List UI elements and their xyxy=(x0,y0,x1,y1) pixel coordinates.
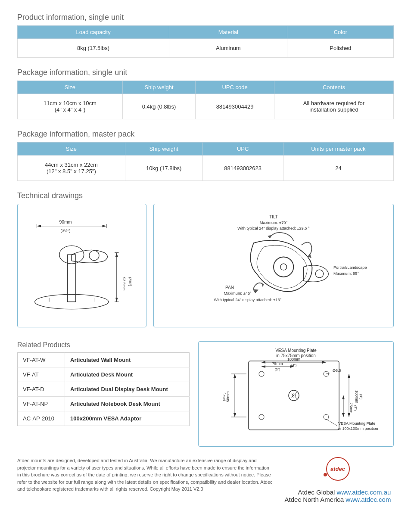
product-code: VF-AT-NP xyxy=(18,397,65,411)
svg-text:75mm: 75mm xyxy=(272,361,283,366)
svg-text:(3"): (3") xyxy=(275,367,280,371)
svg-marker-4 xyxy=(103,225,107,227)
drawing-right-box: TILT Maximum: ±70° With typical 24" disp… xyxy=(153,204,394,327)
cell-upc: 881493004429 xyxy=(196,94,274,119)
footer-brand: Atdec Global www.atdec.com.au Atdec Nort… xyxy=(285,488,391,503)
table-row: AC-AP-2010 100x200mm VESA Adaptor xyxy=(18,411,190,426)
col-contents: Contents xyxy=(274,81,393,94)
svg-text:Portrait/Landscape: Portrait/Landscape xyxy=(333,265,367,270)
svg-marker-67 xyxy=(342,413,345,417)
svg-point-24 xyxy=(280,264,287,270)
svg-text:Maximum: ±45°: Maximum: ±45° xyxy=(224,291,252,296)
col-master-size: Size xyxy=(18,143,125,156)
svg-line-54 xyxy=(326,373,330,374)
col-load-capacity: Load capacity xyxy=(18,26,169,39)
brand-global-link[interactable]: www.atdec.com.au xyxy=(337,488,391,496)
svg-text:(2¼"): (2¼") xyxy=(222,392,226,401)
left-drawing-svg: 90mm (3½") xyxy=(25,211,139,319)
product-info-section: Product information, single unit Load ca… xyxy=(17,13,394,58)
drawings-container: 90mm (3½") xyxy=(17,204,394,327)
svg-text:Maximum: ±70°: Maximum: ±70° xyxy=(260,221,288,225)
svg-text:Ø6.5: Ø6.5 xyxy=(333,368,341,373)
svg-marker-72 xyxy=(348,413,350,417)
svg-marker-16 xyxy=(115,253,118,257)
cell-master-upc: 881493002623 xyxy=(202,156,283,181)
svg-marker-71 xyxy=(348,374,350,378)
package-single-table: Size Ship weight UPC code Contents 11cm … xyxy=(17,81,394,119)
svg-point-27 xyxy=(315,270,324,278)
svg-point-10 xyxy=(89,251,99,261)
logo-dot xyxy=(324,473,327,476)
svg-point-38 xyxy=(259,371,264,376)
svg-text:93.5mm: 93.5mm xyxy=(122,277,126,291)
svg-point-41 xyxy=(324,414,329,420)
col-material: Material xyxy=(169,26,287,39)
product-code: VF-AT xyxy=(18,367,65,382)
svg-text:100mm: 100mm xyxy=(287,357,300,361)
svg-text:PAN: PAN xyxy=(225,285,234,290)
vesa-diagram-panel: VESA Mounting Plate in 75x75mm position … xyxy=(198,341,394,447)
brand-na-label: Atdec North America xyxy=(285,496,346,503)
col-size: Size xyxy=(18,81,123,94)
svg-text:With typical 24" display attac: With typical 24" display attached: ±29.5… xyxy=(237,226,310,230)
tech-drawings-title: Technical drawings xyxy=(17,191,394,200)
product-info-table: Load capacity Material Color 8kg (17.5lb… xyxy=(17,25,394,58)
product-name: Articulated Dual Display Desk Mount xyxy=(65,382,190,397)
related-title: Related Products xyxy=(17,341,190,349)
col-color: Color xyxy=(287,26,394,39)
svg-point-40 xyxy=(259,414,264,420)
cell-master-weight: 10kg (17.8lbs) xyxy=(125,156,202,181)
package-single-section: Package information, single unit Size Sh… xyxy=(17,68,394,119)
atdec-logo: atdec xyxy=(326,457,350,484)
package-master-section: Package information, master pack Size Sh… xyxy=(17,130,394,181)
product-code: VF-AT-D xyxy=(18,382,65,397)
table-row: VF-AT-D Articulated Dual Display Desk Mo… xyxy=(18,382,190,397)
product-name: 100x200mm VESA Adaptor xyxy=(65,411,190,426)
svg-text:75mm: 75mm xyxy=(349,402,353,413)
svg-text:(3½"): (3½") xyxy=(61,228,71,233)
svg-text:58mm: 58mm xyxy=(226,391,230,402)
related-table: VF-AT-W Articulated Wall Mount VF-AT Art… xyxy=(17,352,190,426)
cell-color: Polished xyxy=(287,39,394,58)
svg-line-75 xyxy=(326,419,337,426)
svg-marker-66 xyxy=(342,395,345,399)
product-name: Articulated Wall Mount xyxy=(65,353,190,367)
cell-weight: 0.4kg (0.8lbs) xyxy=(122,94,195,119)
product-name: Articulated Notebook Desk Mount xyxy=(65,397,190,411)
brand-global-line: Atdec Global www.atdec.com.au xyxy=(285,488,391,496)
table-row: VF-AT Articulated Desk Mount xyxy=(18,367,190,382)
brand-na-link[interactable]: www.atdec.com xyxy=(346,496,391,503)
product-info-title: Product information, single unit xyxy=(17,13,394,22)
product-code: VF-AT-W xyxy=(18,353,65,367)
tech-drawings-section: Technical drawings 90mm (3½") xyxy=(17,191,394,327)
svg-text:90mm: 90mm xyxy=(59,220,72,224)
logo-text: atdec xyxy=(330,466,345,472)
svg-marker-34 xyxy=(261,283,264,287)
svg-text:With typical 24" display attac: With typical 24" display attached: ±13° xyxy=(214,298,281,302)
package-single-title: Package information, single unit xyxy=(17,68,394,77)
vesa-svg: VESA Mounting Plate in 75x75mm position … xyxy=(203,346,389,441)
related-section: Related Products VF-AT-W Articulated Wal… xyxy=(17,341,394,447)
svg-text:(4"): (4") xyxy=(359,394,363,400)
svg-text:Maximum: 95°: Maximum: 95° xyxy=(333,271,359,276)
svg-marker-25 xyxy=(268,235,272,238)
footer-area: Atdec mounts are designed, developed and… xyxy=(17,457,394,503)
svg-marker-49 xyxy=(234,374,236,378)
col-master-upc: UPC xyxy=(202,143,283,156)
svg-text:100mm: 100mm xyxy=(355,390,359,403)
col-master-weight: Ship weight xyxy=(125,143,202,156)
svg-text:(3"): (3") xyxy=(354,405,358,411)
svg-marker-62 xyxy=(322,361,326,364)
svg-text:(3⅝"): (3⅝") xyxy=(128,277,132,286)
cell-material: Aluminum xyxy=(169,39,287,58)
cell-units: 24 xyxy=(283,156,393,181)
package-master-title: Package information, master pack xyxy=(17,130,394,139)
logo-circle: atdec xyxy=(326,457,350,481)
cell-contents: All hardware required forinstallation su… xyxy=(274,94,393,119)
brand-global-label: Atdec Global xyxy=(298,488,336,496)
brand-na-line: Atdec North America www.atdec.com xyxy=(285,496,391,503)
col-upc: UPC code xyxy=(196,81,274,94)
product-name: Articulated Desk Mount xyxy=(65,367,190,382)
cell-master-size: 44cm x 31cm x 22cm(12" x 8.5" x 17.25") xyxy=(18,156,125,181)
related-left-panel: Related Products VF-AT-W Articulated Wal… xyxy=(17,341,190,426)
